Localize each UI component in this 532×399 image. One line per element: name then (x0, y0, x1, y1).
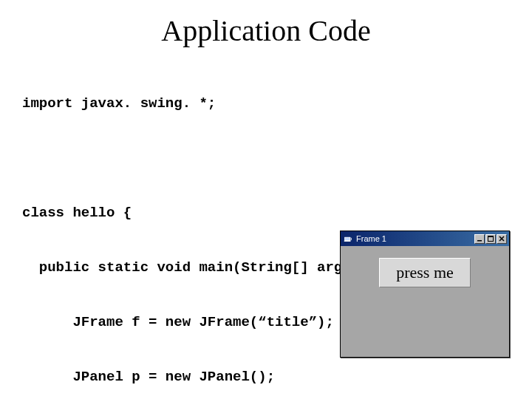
code-line: class hello { (22, 204, 510, 222)
slide-title: Application Code (22, 13, 510, 48)
swing-window: Frame 1 press me (340, 231, 510, 358)
slide: Application Code import javax. swing. *;… (0, 0, 532, 399)
svg-rect-2 (477, 240, 482, 242)
maximize-button[interactable] (485, 234, 496, 244)
blank-line (22, 149, 510, 167)
svg-rect-0 (345, 237, 350, 240)
java-cup-icon (343, 233, 353, 244)
code-line: JPanel p = new JPanel(); (22, 368, 510, 386)
svg-rect-4 (488, 236, 494, 238)
window-titlebar[interactable]: Frame 1 (341, 231, 509, 246)
close-button[interactable] (497, 234, 507, 244)
svg-rect-1 (344, 241, 351, 242)
minimize-button[interactable] (474, 234, 485, 244)
window-controls (474, 234, 507, 244)
content-pane: press me (341, 246, 509, 357)
window-title: Frame 1 (356, 234, 474, 243)
code-line: import javax. swing. *; (22, 95, 510, 113)
press-me-button[interactable]: press me (379, 258, 471, 287)
